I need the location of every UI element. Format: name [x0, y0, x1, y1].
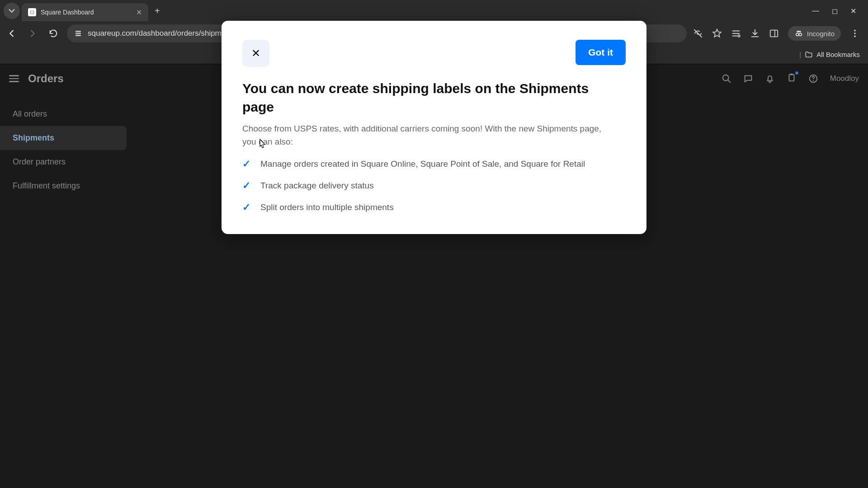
got-it-button[interactable]: Got it [576, 40, 626, 65]
modal-close-button[interactable]: ✕ [242, 40, 269, 67]
sidebar: All orders Shipments Order partners Fulf… [0, 93, 127, 207]
svg-point-6 [796, 33, 799, 36]
svg-point-9 [854, 33, 856, 34]
sidebar-item-order-partners[interactable]: Order partners [0, 150, 127, 174]
folder-icon [805, 51, 813, 59]
window-controls: — ◻ ✕ [812, 7, 864, 15]
square-favicon: □ [28, 8, 36, 16]
eye-off-icon[interactable] [693, 28, 703, 38]
incognito-icon [794, 29, 803, 38]
tab-bar: □ Square Dashboard ✕ + — ◻ ✕ [0, 0, 868, 22]
minimize-button[interactable]: — [812, 7, 819, 15]
arrow-right-icon [28, 28, 38, 38]
svg-rect-1 [75, 33, 81, 34]
chevron-down-icon [7, 6, 17, 16]
tab-close-icon[interactable]: ✕ [136, 8, 142, 17]
close-icon: ✕ [251, 47, 260, 60]
modal-body: Choose from USPS rates, with additional … [242, 122, 618, 148]
media-panel-icon[interactable] [731, 28, 741, 38]
chat-icon[interactable] [743, 74, 753, 84]
list-item: ✓ Split orders into multiple shipments [242, 202, 626, 213]
side-panel-icon[interactable] [769, 28, 779, 38]
help-icon[interactable] [808, 74, 818, 84]
list-item-text: Split orders into multiple shipments [260, 202, 394, 212]
back-button[interactable] [5, 26, 19, 41]
list-item: ✓ Track package delivery status [242, 180, 626, 192]
close-window-button[interactable]: ✕ [850, 7, 856, 15]
forward-button[interactable] [25, 26, 40, 41]
svg-rect-14 [790, 73, 793, 75]
svg-line-12 [727, 80, 730, 83]
check-icon: ✓ [242, 158, 250, 170]
menu-button[interactable] [9, 75, 19, 82]
tabs-dropdown-button[interactable] [4, 3, 20, 19]
svg-point-8 [854, 30, 856, 32]
svg-point-16 [813, 80, 814, 81]
all-bookmarks-link[interactable]: All Bookmarks [816, 51, 860, 58]
svg-rect-4 [770, 30, 778, 37]
clipboard-icon[interactable] [787, 73, 797, 83]
site-settings-icon[interactable] [74, 29, 82, 38]
arrow-left-icon [7, 28, 17, 38]
list-item-text: Manage orders created in Square Online, … [260, 159, 585, 169]
reload-button[interactable] [46, 26, 61, 41]
account-name[interactable]: Moodloy [830, 74, 859, 83]
list-item: ✓ Manage orders created in Square Online… [242, 158, 626, 170]
sidebar-item-shipments[interactable]: Shipments [0, 126, 127, 150]
list-item-text: Track package delivery status [260, 181, 374, 191]
svg-point-10 [854, 36, 856, 38]
star-icon[interactable] [712, 28, 722, 38]
incognito-badge[interactable]: Incognito [788, 26, 841, 41]
svg-rect-2 [75, 35, 81, 36]
svg-rect-0 [75, 31, 81, 32]
browser-tab[interactable]: □ Square Dashboard ✕ [22, 3, 148, 21]
svg-rect-13 [789, 74, 794, 81]
kebab-menu-icon[interactable] [850, 28, 860, 38]
bell-icon[interactable] [765, 74, 775, 84]
shipping-labels-modal: ✕ Got it You can now create shipping lab… [222, 21, 646, 234]
url-actions: Incognito [693, 26, 863, 41]
check-icon: ✓ [242, 180, 250, 192]
sidebar-item-fulfillment-settings[interactable]: Fulfillment settings [0, 174, 127, 198]
downloads-icon[interactable] [750, 28, 760, 38]
modal-title: You can now create shipping labels on th… [242, 80, 604, 116]
reload-icon [48, 28, 58, 38]
svg-point-3 [738, 35, 740, 37]
page-title: Orders [28, 72, 64, 85]
check-icon: ✓ [242, 202, 250, 213]
tab-title: Square Dashboard [41, 9, 132, 16]
sidebar-item-all-orders[interactable]: All orders [0, 102, 127, 126]
svg-point-7 [799, 33, 802, 36]
new-tab-button[interactable]: + [150, 4, 165, 18]
incognito-label: Incognito [807, 30, 835, 38]
maximize-button[interactable]: ◻ [832, 7, 838, 15]
modal-benefits-list: ✓ Manage orders created in Square Online… [242, 158, 626, 213]
search-icon[interactable] [722, 74, 731, 84]
